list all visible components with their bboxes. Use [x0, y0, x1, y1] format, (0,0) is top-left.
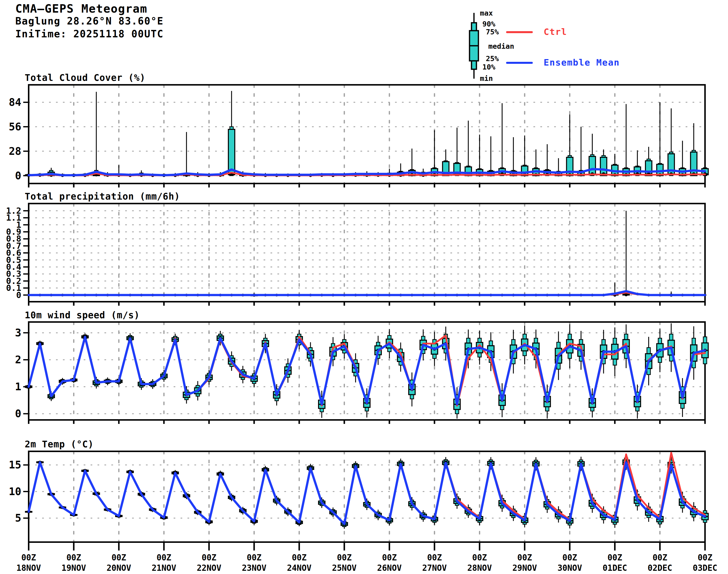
- svg-text:28NOV: 28NOV: [467, 563, 492, 573]
- svg-text:5: 5: [15, 512, 21, 524]
- svg-text:24NOV: 24NOV: [287, 563, 311, 573]
- svg-text:56: 56: [9, 121, 21, 133]
- svg-text:23NOV: 23NOV: [242, 563, 266, 573]
- meteogram-chart: 028568400.10.20.30.40.50.60.70.80.911.11…: [0, 0, 728, 574]
- precip-boxes: [28, 211, 707, 296]
- svg-text:00Z: 00Z: [247, 553, 262, 562]
- x-axis-labels: 00Z18NOV00Z19NOV00Z20NOV00Z21NOV00Z22NOV…: [16, 553, 717, 573]
- svg-text:00Z: 00Z: [653, 553, 668, 562]
- svg-text:00Z: 00Z: [382, 553, 397, 562]
- svg-text:00Z: 00Z: [562, 553, 577, 562]
- cloud-boxes: [26, 91, 708, 177]
- svg-text:26NOV: 26NOV: [377, 563, 402, 573]
- svg-text:00Z: 00Z: [157, 553, 172, 562]
- svg-text:00Z: 00Z: [111, 553, 126, 562]
- svg-text:25NOV: 25NOV: [332, 563, 357, 573]
- temp-ensemble-mean-line: [29, 462, 705, 524]
- svg-text:30NOV: 30NOV: [557, 563, 582, 573]
- svg-text:29NOV: 29NOV: [512, 563, 537, 573]
- svg-text:15: 15: [9, 459, 21, 471]
- svg-text:00Z: 00Z: [66, 553, 81, 562]
- panel-temp: 51015: [9, 451, 708, 550]
- svg-text:20NOV: 20NOV: [106, 563, 131, 573]
- svg-text:22NOV: 22NOV: [197, 563, 221, 573]
- svg-text:00Z: 00Z: [517, 553, 532, 562]
- panel-cloud: 0285684: [9, 85, 708, 188]
- svg-text:02DEC: 02DEC: [648, 563, 672, 573]
- precip-ensemble-mean-line: [29, 291, 705, 295]
- svg-text:01DEC: 01DEC: [602, 563, 627, 573]
- svg-text:10: 10: [9, 486, 21, 498]
- svg-text:00Z: 00Z: [292, 553, 307, 562]
- svg-text:00Z: 00Z: [697, 553, 713, 562]
- svg-text:27NOV: 27NOV: [422, 563, 447, 573]
- svg-text:19NOV: 19NOV: [61, 563, 86, 573]
- svg-text:0: 0: [15, 408, 21, 420]
- svg-text:28: 28: [9, 145, 21, 157]
- svg-text:18NOV: 18NOV: [16, 563, 41, 573]
- svg-text:0: 0: [15, 170, 21, 182]
- svg-text:21NOV: 21NOV: [152, 563, 176, 573]
- svg-text:84: 84: [9, 96, 21, 108]
- svg-text:00Z: 00Z: [337, 553, 352, 562]
- svg-text:3: 3: [15, 327, 21, 339]
- svg-text:03DEC: 03DEC: [693, 563, 717, 573]
- svg-text:00Z: 00Z: [472, 553, 487, 562]
- meteogram-page: CMA—GEPS Meteogram Baglung 28.26°N 83.60…: [0, 0, 728, 574]
- svg-text:00Z: 00Z: [21, 553, 36, 562]
- svg-text:1: 1: [15, 381, 21, 393]
- temp-boxes: [26, 455, 708, 529]
- panel-wind: 0123: [15, 322, 708, 424]
- panel-precip: 00.10.20.30.40.50.60.70.80.911.11.2: [6, 204, 707, 306]
- svg-text:1.2: 1.2: [6, 206, 21, 216]
- svg-text:00Z: 00Z: [427, 553, 442, 562]
- svg-text:2: 2: [15, 354, 21, 366]
- svg-text:00Z: 00Z: [607, 553, 622, 562]
- svg-text:00Z: 00Z: [202, 553, 217, 562]
